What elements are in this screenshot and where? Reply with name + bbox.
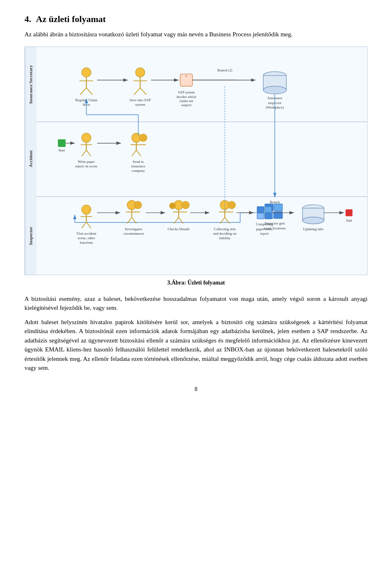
svg-text:Write paper: Write paper bbox=[78, 159, 95, 163]
svg-line-47 bbox=[132, 150, 136, 156]
svg-text:loactions: loactions bbox=[80, 240, 93, 245]
body-paragraph-2: Adott baleset helyszínén hivatalos papir… bbox=[24, 318, 368, 373]
lane-label-insurance-secretary: Insurance Secretary bbox=[25, 47, 36, 122]
svg-text:Start: Start bbox=[58, 148, 65, 152]
svg-point-10 bbox=[136, 68, 145, 77]
svg-text:report: report bbox=[260, 231, 269, 235]
svg-line-48 bbox=[136, 150, 141, 156]
svg-line-71 bbox=[86, 222, 91, 228]
diagram-caption: 3.Ábra: Üzleti folyamat bbox=[24, 278, 368, 287]
chapter-title: 4. Az üzleti folyamat bbox=[24, 12, 368, 26]
svg-text:SAP system: SAP system bbox=[178, 90, 195, 94]
svg-text:Branch (2): Branch (2) bbox=[217, 68, 232, 72]
svg-text:insurance: insurance bbox=[131, 164, 145, 168]
svg-rect-117 bbox=[345, 209, 352, 216]
svg-text:system: system bbox=[135, 102, 145, 107]
svg-line-5 bbox=[80, 88, 86, 95]
svg-text:company: company bbox=[131, 169, 145, 173]
svg-line-6 bbox=[86, 88, 92, 95]
svg-text:paperwork,: paperwork, bbox=[256, 227, 272, 231]
lane-label-accident: Accident bbox=[25, 122, 36, 196]
svg-text:liability: liability bbox=[219, 236, 231, 240]
svg-text:scene, other: scene, other bbox=[78, 236, 95, 240]
svg-point-2 bbox=[82, 68, 91, 77]
svg-rect-32 bbox=[58, 139, 66, 147]
svg-text:Branch: Branch bbox=[270, 200, 280, 204]
svg-rect-107 bbox=[265, 213, 272, 219]
svg-point-95 bbox=[228, 201, 236, 209]
svg-rect-104 bbox=[257, 207, 264, 212]
body-paragraph-1: A biztosítási esemény, azaz a baleset, b… bbox=[24, 294, 368, 313]
svg-point-77 bbox=[134, 201, 142, 209]
svg-text:Save into SAP: Save into SAP bbox=[129, 98, 151, 102]
svg-point-28 bbox=[263, 86, 287, 94]
svg-point-44 bbox=[139, 134, 147, 142]
svg-text:claims are: claims are bbox=[179, 98, 194, 102]
svg-text:Send to: Send to bbox=[133, 159, 144, 163]
svg-line-70 bbox=[82, 222, 86, 228]
svg-line-38 bbox=[82, 150, 86, 156]
svg-rect-58 bbox=[274, 204, 283, 211]
svg-text:+: + bbox=[185, 73, 188, 79]
svg-point-86 bbox=[182, 201, 189, 209]
svg-text:Checks Details: Checks Details bbox=[168, 227, 190, 231]
svg-text:Visit accident: Visit accident bbox=[76, 231, 96, 235]
page-number: 8 bbox=[24, 385, 368, 394]
svg-text:End: End bbox=[346, 218, 352, 222]
svg-line-39 bbox=[86, 150, 91, 156]
svg-line-13 bbox=[134, 88, 140, 95]
svg-point-35 bbox=[82, 133, 91, 142]
svg-text:circumstances: circumstances bbox=[123, 231, 144, 235]
svg-text:and deciding on: and deciding on bbox=[213, 231, 237, 235]
svg-rect-106 bbox=[257, 213, 264, 219]
business-process-diagram: Insurance Secretary Accident Inspector R… bbox=[24, 47, 368, 275]
diagram-svg: Register Claim Infos Save into SAP syste… bbox=[36, 47, 367, 275]
svg-line-14 bbox=[140, 88, 146, 95]
svg-text:Updating info: Updating info bbox=[303, 227, 323, 231]
svg-point-87 bbox=[169, 202, 176, 209]
svg-text:report on scene: report on scene bbox=[75, 164, 98, 168]
svg-text:decides which: decides which bbox=[176, 94, 196, 98]
svg-rect-105 bbox=[265, 207, 272, 212]
svg-point-67 bbox=[82, 205, 91, 214]
intro-paragraph: Az alábbi ábrán a biztosításra vonatkozó… bbox=[24, 30, 368, 39]
svg-text:Investigates: Investigates bbox=[125, 227, 143, 231]
svg-text:Collecting info: Collecting info bbox=[214, 227, 236, 231]
svg-text:suspect: suspect bbox=[181, 103, 192, 107]
svg-text:Completing: Completing bbox=[256, 222, 273, 226]
lane-label-inspector: Inspector bbox=[25, 196, 36, 275]
svg-point-114 bbox=[303, 217, 324, 224]
